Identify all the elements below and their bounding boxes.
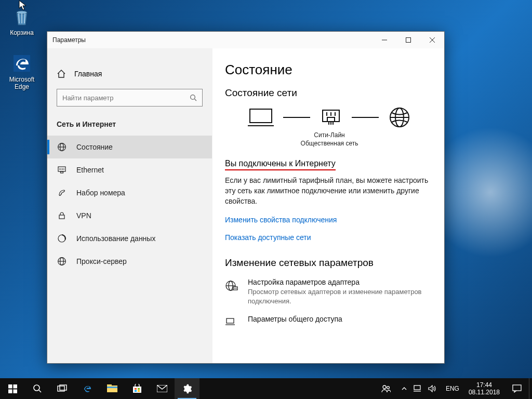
network-label: Сити-Лайн Общественная сеть bbox=[225, 131, 434, 148]
network-type: Общественная сеть bbox=[225, 139, 434, 148]
taskbar-mail[interactable] bbox=[150, 378, 175, 399]
globe-icon bbox=[57, 142, 67, 152]
desktop-icon-label: Корзина bbox=[10, 29, 34, 36]
svg-rect-45 bbox=[13, 384, 17, 389]
computer-icon bbox=[248, 106, 274, 129]
taskbar-store[interactable] bbox=[125, 378, 150, 399]
tray-chevron-up-icon bbox=[401, 385, 407, 392]
svg-rect-17 bbox=[59, 215, 64, 219]
svg-line-49 bbox=[39, 390, 41, 392]
svg-rect-42 bbox=[227, 318, 234, 323]
sidebar-item-label: Ethernet bbox=[76, 166, 104, 174]
svg-rect-44 bbox=[8, 384, 12, 389]
option-title: Параметры общего доступа bbox=[248, 315, 342, 323]
network-diagram bbox=[225, 106, 434, 129]
section-network-status: Состояние сети bbox=[225, 87, 434, 99]
svg-rect-58 bbox=[135, 390, 137, 392]
svg-rect-54 bbox=[107, 387, 117, 388]
sidebar-item-label: Прокси-сервер bbox=[76, 257, 127, 265]
internet-globe-icon bbox=[388, 106, 411, 129]
maximize-button[interactable] bbox=[396, 32, 420, 48]
mouse-cursor bbox=[19, 0, 28, 11]
home-icon bbox=[57, 69, 66, 78]
sidebar: Главная Сеть и Интернет Состояние Et bbox=[47, 48, 212, 363]
connected-description: Если у вас лимитный тарифный план, вы мо… bbox=[225, 176, 433, 206]
sidebar-item-data-usage[interactable]: Использование данных bbox=[47, 227, 212, 250]
start-button[interactable] bbox=[0, 378, 25, 399]
svg-rect-46 bbox=[8, 389, 12, 393]
svg-rect-25 bbox=[327, 117, 335, 122]
link-change-connection-props[interactable]: Изменить свойства подключения bbox=[225, 216, 434, 224]
show-desktop-button[interactable] bbox=[529, 378, 532, 399]
svg-point-61 bbox=[383, 385, 386, 389]
link-show-networks[interactable]: Показать доступные сети bbox=[225, 233, 434, 242]
ethernet-icon bbox=[57, 165, 67, 175]
sidebar-item-ethernet[interactable]: Ethernet bbox=[47, 158, 212, 181]
edge-icon bbox=[11, 53, 32, 74]
sidebar-item-label: Использование данных bbox=[76, 234, 155, 243]
svg-rect-55 bbox=[133, 387, 141, 393]
ethernet-port-icon bbox=[320, 107, 342, 128]
sidebar-item-label: VPN bbox=[76, 211, 91, 220]
settings-window: Параметры Главная bbox=[47, 31, 445, 364]
taskbar-taskview[interactable] bbox=[50, 378, 75, 399]
tray-network-icon bbox=[414, 385, 422, 392]
titlebar[interactable]: Параметры bbox=[47, 32, 444, 48]
taskbar-explorer[interactable] bbox=[100, 378, 125, 399]
network-name: Сити-Лайн bbox=[225, 131, 434, 139]
window-title: Параметры bbox=[52, 36, 86, 44]
section-change-network-settings: Изменение сетевых параметров bbox=[225, 257, 434, 269]
taskbar-settings[interactable] bbox=[175, 378, 200, 399]
desktop-icon-label: Microsoft Edge bbox=[9, 76, 35, 90]
sidebar-item-dialup[interactable]: Набор номера bbox=[47, 181, 212, 204]
svg-rect-3 bbox=[406, 38, 411, 43]
svg-rect-47 bbox=[13, 389, 17, 393]
sidebar-item-vpn[interactable]: VPN bbox=[47, 204, 212, 227]
svg-rect-65 bbox=[513, 385, 521, 391]
tray-language[interactable]: ENG bbox=[442, 378, 463, 399]
dialup-icon bbox=[57, 188, 67, 198]
option-sharing-settings[interactable]: Параметры общего доступа bbox=[225, 315, 434, 329]
svg-point-6 bbox=[191, 95, 195, 100]
sidebar-item-proxy[interactable]: Прокси-сервер bbox=[47, 250, 212, 273]
sidebar-item-label: Состояние bbox=[76, 143, 113, 151]
tray-icons[interactable] bbox=[396, 378, 442, 399]
data-usage-icon bbox=[57, 233, 67, 244]
search-box[interactable] bbox=[57, 89, 203, 107]
svg-point-48 bbox=[34, 385, 39, 391]
action-center-button[interactable] bbox=[505, 378, 529, 399]
search-icon bbox=[190, 94, 197, 101]
clock-time: 17:44 bbox=[469, 381, 500, 389]
option-title: Настройка параметров адаптера bbox=[248, 278, 424, 286]
clock-date: 08.11.2018 bbox=[469, 389, 500, 396]
sidebar-home[interactable]: Главная bbox=[47, 64, 212, 84]
option-adapter-settings[interactable]: Настройка параметров адаптера Просмотр с… bbox=[225, 278, 434, 305]
svg-rect-11 bbox=[58, 167, 65, 171]
minimize-button[interactable] bbox=[373, 32, 396, 48]
taskbar-search[interactable] bbox=[25, 378, 50, 399]
svg-line-7 bbox=[195, 99, 197, 101]
connection-line bbox=[352, 117, 379, 118]
tray-people[interactable] bbox=[376, 378, 396, 399]
taskbar: ENG 17:44 08.11.2018 bbox=[0, 378, 532, 399]
proxy-icon bbox=[57, 256, 67, 267]
svg-rect-59 bbox=[138, 390, 140, 392]
vpn-icon bbox=[57, 210, 67, 221]
svg-rect-63 bbox=[414, 385, 420, 390]
svg-rect-53 bbox=[107, 384, 112, 387]
taskbar-edge[interactable] bbox=[75, 378, 100, 399]
page-title: Состояние bbox=[225, 62, 434, 78]
sharing-settings-icon bbox=[225, 315, 240, 329]
search-input[interactable] bbox=[62, 94, 190, 102]
taskbar-clock[interactable]: 17:44 08.11.2018 bbox=[463, 381, 505, 396]
sidebar-item-status[interactable]: Состояние bbox=[47, 136, 212, 158]
svg-rect-12 bbox=[61, 171, 63, 173]
svg-rect-22 bbox=[250, 109, 272, 123]
desktop-icon-edge[interactable]: Microsoft Edge bbox=[2, 53, 42, 90]
tray-language-label: ENG bbox=[446, 385, 459, 392]
content-pane: Состояние Состояние сети Сити-Лайн bbox=[212, 48, 444, 363]
svg-rect-56 bbox=[135, 388, 137, 390]
svg-point-62 bbox=[387, 387, 390, 389]
close-button[interactable] bbox=[420, 32, 444, 48]
sidebar-item-label: Набор номера bbox=[76, 189, 125, 197]
